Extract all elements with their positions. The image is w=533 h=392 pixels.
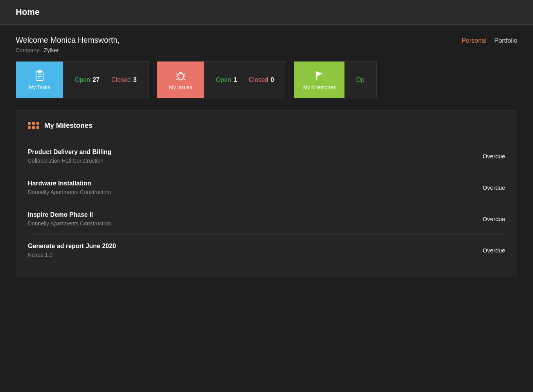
milestone-info: Product Delivery and Billing Collaborati… <box>28 149 111 164</box>
milestones-icon-block: My Milestones <box>294 62 344 98</box>
issues-open-count: 1 <box>234 76 237 83</box>
dot-5 <box>32 126 35 129</box>
svg-point-12 <box>179 72 181 74</box>
milestone-status: Overdue <box>482 153 505 160</box>
milestone-item[interactable]: Hardware Installation Donnelly Apartment… <box>28 172 505 203</box>
dot-3 <box>36 122 39 125</box>
dot-1 <box>28 122 31 125</box>
issues-card[interactable]: My Issues Open 1 Closed 0 <box>157 61 286 98</box>
tasks-closed-count: 3 <box>133 76 137 83</box>
milestones-numbers: Op <box>344 76 376 83</box>
company-name: Zylker <box>44 47 59 53</box>
milestone-project: Collaboration Hall Construction <box>28 158 111 164</box>
panel-title: My Milestones <box>44 122 92 130</box>
milestones-panel: My Milestones Product Delivery and Billi… <box>16 110 517 277</box>
tasks-numbers: Open 27 Closed 3 <box>63 76 149 83</box>
dot-4 <box>28 126 31 129</box>
milestone-list: Product Delivery and Billing Collaborati… <box>28 141 505 266</box>
tasks-icon-svg <box>33 69 46 82</box>
issues-numbers: Open 1 Closed 0 <box>204 76 286 83</box>
issues-closed-label: Closed <box>249 76 268 83</box>
issues-open: Open 1 <box>216 76 237 83</box>
milestone-project: Donnelly Apartments Construction <box>28 189 111 195</box>
svg-rect-0 <box>36 72 43 80</box>
main-content: My Milestones Product Delivery and Billi… <box>0 98 533 289</box>
milestone-info: Inspire Demo Phase II Donnelly Apartment… <box>28 211 111 227</box>
tasks-open: Open 27 <box>75 76 100 83</box>
panel-header: My Milestones <box>28 122 505 130</box>
milestone-name: Hardware Installation <box>28 180 111 187</box>
tasks-open-label: Open <box>75 76 90 83</box>
milestone-info: Generate ad report June 2020 Nexus 1.0 <box>28 243 116 258</box>
milestone-name: Generate ad report June 2020 <box>28 243 116 250</box>
milestone-info: Hardware Installation Donnelly Apartment… <box>28 180 111 195</box>
milestone-name: Product Delivery and Billing <box>28 149 111 156</box>
top-section: Welcome Monica Hemsworth, Company: Zylke… <box>0 25 533 61</box>
milestones-card[interactable]: My Milestones Op <box>294 61 376 98</box>
svg-line-7 <box>183 74 185 75</box>
svg-line-6 <box>176 74 178 75</box>
milestones-open-label: Op <box>356 76 364 83</box>
company-label: Company: <box>16 47 41 53</box>
view-tabs: Personal Portfolio <box>462 37 517 44</box>
tasks-card[interactable]: My Tasks Open 27 Closed 3 <box>16 61 149 98</box>
milestone-project: Nexus 1.0 <box>28 252 116 258</box>
milestones-icon-svg <box>313 69 326 82</box>
milestones-open: Op <box>356 76 364 83</box>
tasks-closed-label: Closed <box>111 76 131 83</box>
issues-closed: Closed 0 <box>249 76 274 83</box>
welcome-area: Welcome Monica Hemsworth, Company: Zylke… <box>16 36 120 53</box>
milestone-item[interactable]: Generate ad report June 2020 Nexus 1.0 O… <box>28 235 505 266</box>
milestone-item[interactable]: Product Delivery and Billing Collaborati… <box>28 141 505 172</box>
welcome-text: Welcome Monica Hemsworth, <box>16 36 120 45</box>
tab-portfolio[interactable]: Portfolio <box>494 37 517 44</box>
dot-6 <box>36 126 39 129</box>
company-row: Company: Zylker <box>16 47 120 53</box>
svg-line-11 <box>183 79 185 80</box>
issues-icon-svg <box>174 69 187 82</box>
page-title: Home <box>16 7 40 17</box>
dot-2 <box>32 122 35 125</box>
milestones-icon-label: My Milestones <box>303 84 335 90</box>
tasks-closed: Closed 3 <box>111 76 137 83</box>
milestone-project: Donnelly Apartments Construction <box>28 220 111 227</box>
tasks-open-count: 27 <box>92 76 100 83</box>
milestone-status: Overdue <box>482 247 505 254</box>
tab-personal[interactable]: Personal <box>462 37 486 44</box>
svg-point-5 <box>178 73 183 80</box>
stats-row: My Tasks Open 27 Closed 3 <box>0 61 533 98</box>
svg-line-10 <box>176 79 178 80</box>
milestone-item[interactable]: Inspire Demo Phase II Donnelly Apartment… <box>28 203 505 235</box>
milestone-status: Overdue <box>482 216 505 222</box>
milestone-name: Inspire Demo Phase II <box>28 211 111 218</box>
issues-closed-count: 0 <box>271 76 274 83</box>
issues-icon-label: My Issues <box>169 84 192 90</box>
tasks-icon-label: My Tasks <box>29 84 50 90</box>
issues-open-label: Open <box>216 76 231 83</box>
milestone-status: Overdue <box>482 184 505 191</box>
tasks-icon-block: My Tasks <box>16 62 63 98</box>
issues-icon-block: My Issues <box>157 62 204 98</box>
app-header: Home <box>0 0 533 25</box>
panel-dots-icon <box>28 122 40 129</box>
